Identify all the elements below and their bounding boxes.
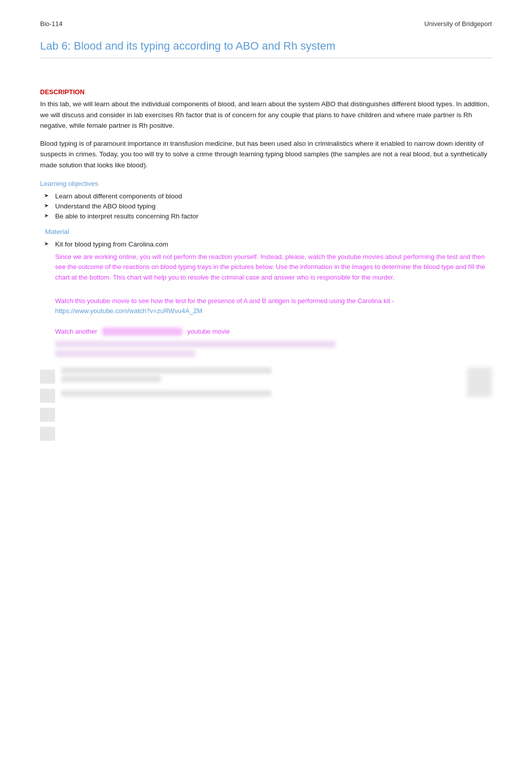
table-col-label-1 (40, 370, 55, 384)
table-right-image (467, 367, 492, 397)
material-section: Material Kit for blood typing from Carol… (40, 228, 492, 357)
pink-paragraph-1: Since we are working online, you will no… (55, 252, 492, 283)
watch-another-suffix: youtube movie (187, 328, 230, 335)
description-section: DESCRIPTION In this lab, we will learn a… (40, 88, 492, 171)
list-item: Understand the ABO blood typing (55, 202, 492, 210)
learning-objectives-section: Learning objectives Learn about differen… (40, 180, 492, 220)
learning-objectives-list: Learn about different components of bloo… (40, 192, 492, 220)
blurred-link-1 (102, 328, 182, 336)
list-item: Be able to interpret results concerning … (55, 212, 492, 220)
description-paragraph-2: Blood typing is of paramount importance … (40, 138, 492, 171)
table-col-label-3 (40, 408, 55, 422)
page-title: Lab 6: Blood and its typing according to… (40, 40, 492, 58)
table-row-1 (61, 367, 461, 384)
watch-another-text: Watch another (55, 328, 97, 335)
pink-text-block: Since we are working online, you will no… (40, 252, 492, 283)
table-blurred-line (61, 367, 272, 374)
table-col-label-2 (40, 389, 55, 403)
watch-intro-block: Watch this youtube movie to see how the … (40, 296, 492, 315)
page-header: Bio-114 University of Bridgeport (40, 20, 492, 28)
material-label: Material (40, 228, 492, 235)
watch-another-line: Watch another youtube movie (40, 328, 492, 336)
table-col-labels (40, 367, 55, 441)
table-row-2 (61, 390, 461, 399)
blurred-content-section (40, 341, 492, 357)
blurred-line-1 (55, 341, 336, 348)
description-label: DESCRIPTION (40, 88, 492, 96)
table-content (61, 367, 461, 405)
bottom-section (40, 367, 492, 441)
watch-intro-text: Watch this youtube movie to see how the … (55, 296, 492, 307)
blurred-line-2 (55, 350, 195, 357)
table-col-label-4 (40, 427, 55, 441)
list-item: Learn about different components of bloo… (55, 192, 492, 200)
table-blurred-line-2 (61, 390, 272, 397)
kit-item: Kit for blood typing from Carolina.com (40, 240, 492, 248)
institution-label: University of Bridgeport (424, 20, 492, 28)
course-label: Bio-114 (40, 20, 63, 28)
description-paragraph-1: In this lab, we will learn about the ind… (40, 99, 492, 131)
learning-objectives-label: Learning objectives (40, 180, 492, 187)
youtube-link[interactable]: https://www.youtube.com/watch?v=zuRWvu4A… (55, 307, 202, 315)
table-blurred-line-short (61, 376, 161, 382)
